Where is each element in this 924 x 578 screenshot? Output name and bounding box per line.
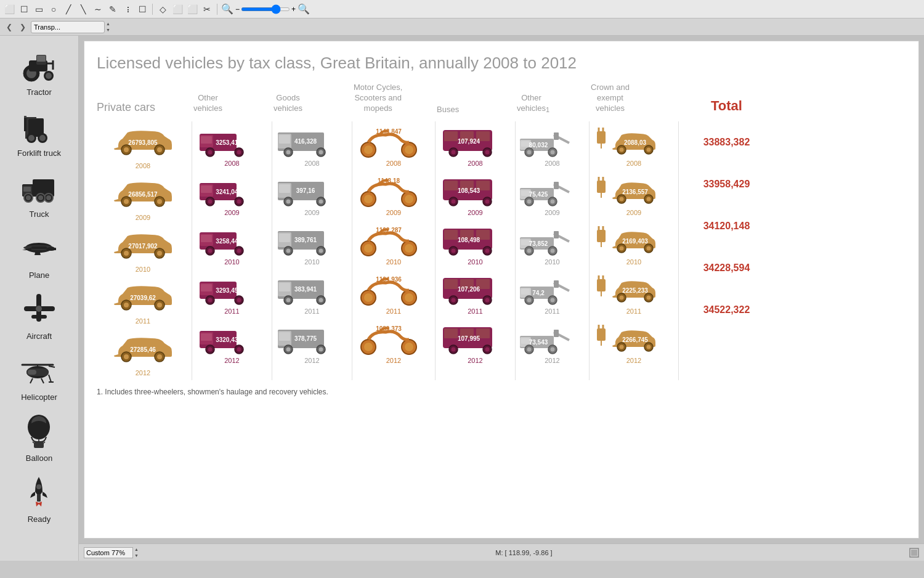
car-svg-2009: 26856,517 [109, 173, 177, 211]
sidebar-item-balloon[interactable]: Balloon [0, 407, 78, 465]
svg-point-109 [208, 298, 213, 302]
svg-point-169 [405, 195, 413, 203]
slice-tool[interactable]: ✂ [200, 2, 214, 16]
zoom-minus-icon[interactable]: − [235, 5, 240, 14]
svg-point-164 [405, 145, 413, 154]
total-2008: 33883,382 [681, 121, 772, 163]
status-indicator [909, 548, 919, 558]
sidebar-item-plane[interactable]: Plane [0, 224, 78, 282]
svg-point-177 [364, 293, 373, 302]
zoom-value-input[interactable] [84, 547, 133, 558]
plane-icon [18, 226, 61, 269]
svg-point-17 [39, 135, 46, 141]
other-2010: 3258,445 2010 [195, 220, 269, 266]
svg-point-64 [157, 199, 162, 204]
zoom-slider[interactable] [241, 7, 290, 11]
line-tool[interactable]: ╱ [62, 2, 75, 16]
frame-tool[interactable]: ☐ [136, 2, 149, 16]
svg-line-51 [33, 442, 34, 443]
transform-tool[interactable]: ⬜ [171, 2, 184, 16]
goods-2011: 383,941 2011 [275, 269, 349, 315]
footnote: 1. Includes three-wheelers, showmen's ha… [97, 388, 906, 396]
svg-point-141 [286, 248, 291, 253]
nav-stepper[interactable]: ▲ ▼ [106, 21, 110, 33]
svg-text:3253,416: 3253,416 [216, 139, 241, 146]
goods-2009: 397,16 2009 [275, 171, 349, 216]
svg-text:26793,805: 26793,805 [128, 139, 158, 146]
svg-point-297 [647, 197, 651, 201]
svg-point-159 [319, 347, 323, 351]
path-tool[interactable]: ⫶ [121, 2, 134, 16]
svg-point-279 [551, 347, 555, 351]
svg-point-67 [124, 251, 129, 256]
other2-2009: 75,425 2009 [517, 171, 588, 216]
svg-rect-214 [444, 279, 458, 289]
buses-2010: 108,498 2010 [438, 220, 513, 266]
sidebar-item-forklift[interactable]: Forklift truck [0, 102, 78, 160]
svg-text:2169,403: 2169,403 [622, 238, 648, 245]
private-2009: 26856,517 2009 [97, 173, 189, 221]
svg-point-77 [124, 354, 129, 359]
moto-2008: 1143,847 2008 [355, 121, 432, 167]
ready-label: Ready [28, 515, 51, 524]
total-2009: 33958,429 [681, 163, 772, 205]
svg-point-69 [157, 251, 162, 256]
distort-tool[interactable]: ⬜ [185, 2, 199, 16]
zoom-stepper[interactable]: ▲ ▼ [134, 547, 139, 559]
line2-tool[interactable]: ╲ [76, 2, 90, 16]
sep2 [217, 4, 217, 15]
sidebar-item-truck[interactable]: Truck [0, 163, 78, 221]
svg-rect-115 [201, 333, 212, 341]
chart-title: Licensed vehicles by tax class, Great Br… [97, 54, 906, 73]
svg-point-237 [527, 150, 532, 154]
header-private: Private cars [97, 83, 192, 119]
svg-rect-147 [279, 283, 290, 291]
svg-point-315 [647, 295, 651, 299]
nav-input[interactable] [31, 21, 105, 33]
svg-text:108,498: 108,498 [458, 237, 480, 243]
svg-rect-265 [554, 280, 559, 288]
nav-forward[interactable]: ❯ [17, 22, 28, 33]
header-moto: Motor Cycles,Scooters andmopeds [352, 83, 436, 119]
zoom-control: ▲ ▼ [84, 547, 139, 559]
col-buses: 107,924 2008 [436, 121, 516, 380]
select-tool[interactable]: ☐ [17, 2, 31, 16]
svg-point-322 [620, 344, 624, 349]
ellipse-tool[interactable]: ○ [47, 2, 60, 16]
pen-tool[interactable]: ✎ [106, 2, 120, 16]
sidebar-item-helicopter[interactable]: Helicopter [0, 346, 78, 404]
svg-text:27039,62: 27039,62 [130, 295, 156, 301]
svg-text:2088,03: 2088,03 [624, 139, 647, 146]
rect-tool[interactable]: ▭ [32, 2, 46, 16]
zoom-out-icon[interactable]: 🔍 [221, 2, 234, 16]
svg-point-62 [124, 199, 129, 204]
zoom-in-icon[interactable]: 🔍 [297, 2, 310, 16]
node-tool[interactable]: ◇ [156, 2, 169, 16]
moto-2009: 1143,18 2009 [355, 171, 432, 216]
crown-2008: 2088,03 2008 [592, 121, 676, 167]
col-other2: 80,032 2008 [516, 121, 590, 380]
sidebar: Tractor Forklift truck [0, 36, 79, 561]
other-2009: 3241,047 2009 [195, 171, 269, 216]
svg-point-167 [364, 195, 373, 203]
svg-point-149 [286, 298, 291, 302]
svg-rect-11 [25, 117, 36, 119]
other2-2010: 73,852 2010 [517, 220, 588, 266]
sidebar-item-aircraft[interactable]: Aircraft [0, 285, 78, 343]
zoom-plus-icon[interactable]: + [291, 5, 296, 14]
svg-point-143 [319, 248, 323, 253]
svg-rect-327 [911, 550, 917, 556]
svg-rect-13 [24, 116, 26, 118]
svg-point-57 [124, 147, 129, 152]
moto-2010: 1102,287 2010 [355, 220, 432, 266]
nav-back[interactable]: ❮ [4, 22, 15, 33]
curve-tool[interactable]: ∼ [91, 2, 105, 16]
svg-point-59 [157, 147, 162, 152]
header-other2: Othervehicles1 [516, 83, 590, 119]
pointer-tool[interactable]: ⬜ [2, 2, 16, 16]
sidebar-item-ready[interactable]: Ready [0, 468, 78, 526]
private-2010: 27017,902 2010 [97, 225, 189, 273]
sidebar-item-tractor[interactable]: Tractor [0, 41, 78, 99]
svg-point-324 [647, 344, 651, 349]
svg-point-182 [364, 343, 373, 351]
